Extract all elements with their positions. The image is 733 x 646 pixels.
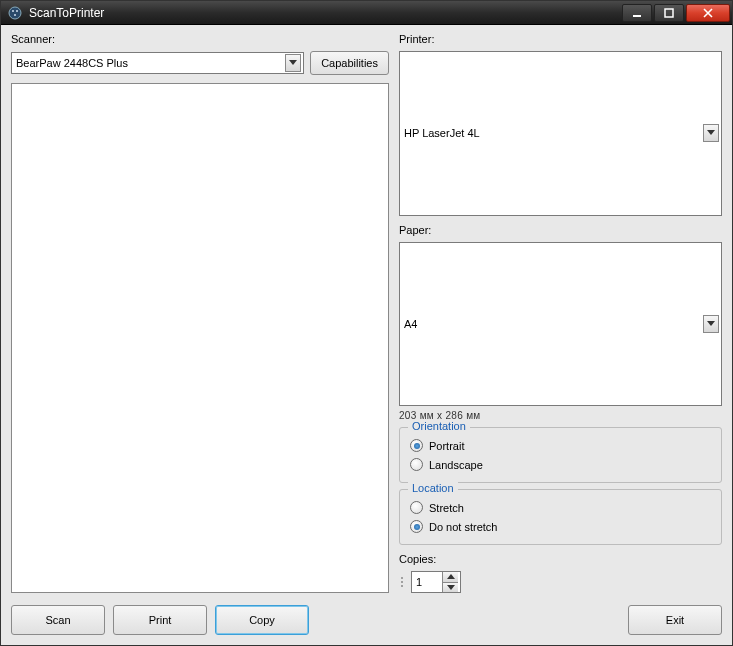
content-area: Scanner: BearPaw 2448CS Plus Capabilitie… bbox=[1, 25, 732, 645]
location-stretch-option[interactable]: Stretch bbox=[410, 498, 711, 517]
svg-point-0 bbox=[9, 7, 21, 19]
spacer bbox=[317, 605, 620, 635]
app-window: ScanToPrinter Scanner: BearPaw 2448CS Pl… bbox=[0, 0, 733, 646]
paper-select[interactable]: A4 bbox=[399, 242, 722, 407]
capabilities-button[interactable]: Capabilities bbox=[310, 51, 389, 75]
paper-label: Paper: bbox=[399, 224, 722, 236]
svg-point-1 bbox=[12, 10, 14, 12]
orientation-landscape-label: Landscape bbox=[429, 459, 483, 471]
location-no-stretch-option[interactable]: Do not stretch bbox=[410, 517, 711, 536]
chevron-down-icon bbox=[703, 315, 719, 333]
radio-icon bbox=[410, 439, 423, 452]
radio-icon bbox=[410, 520, 423, 533]
close-button[interactable] bbox=[686, 4, 730, 22]
app-icon bbox=[7, 5, 23, 21]
copies-down-button[interactable] bbox=[442, 582, 458, 593]
copies-spinner[interactable] bbox=[411, 571, 461, 593]
svg-point-3 bbox=[14, 14, 16, 16]
scanner-select[interactable]: BearPaw 2448CS Plus bbox=[11, 52, 304, 74]
exit-button[interactable]: Exit bbox=[628, 605, 722, 635]
location-legend: Location bbox=[408, 482, 458, 494]
print-button[interactable]: Print bbox=[113, 605, 207, 635]
printer-selected-value: HP LaserJet 4L bbox=[404, 127, 703, 139]
maximize-button[interactable] bbox=[654, 4, 684, 22]
window-buttons bbox=[620, 4, 730, 22]
grip-icon bbox=[399, 571, 405, 593]
bottom-bar: Scan Print Copy Exit bbox=[11, 599, 722, 635]
left-column: Scanner: BearPaw 2448CS Plus Capabilitie… bbox=[11, 33, 389, 593]
orientation-landscape-option[interactable]: Landscape bbox=[410, 455, 711, 474]
scanner-label: Scanner: bbox=[11, 33, 389, 45]
chevron-down-icon bbox=[285, 54, 301, 72]
scan-button[interactable]: Scan bbox=[11, 605, 105, 635]
copies-input[interactable] bbox=[412, 572, 442, 592]
orientation-portrait-label: Portrait bbox=[429, 440, 464, 452]
radio-icon bbox=[410, 501, 423, 514]
titlebar: ScanToPrinter bbox=[1, 1, 732, 25]
orientation-group: Orientation Portrait Landscape bbox=[399, 427, 722, 483]
location-stretch-label: Stretch bbox=[429, 502, 464, 514]
svg-rect-5 bbox=[665, 9, 673, 17]
radio-icon bbox=[410, 458, 423, 471]
scan-preview bbox=[11, 83, 389, 593]
orientation-portrait-option[interactable]: Portrait bbox=[410, 436, 711, 455]
paper-selected-value: A4 bbox=[404, 318, 703, 330]
copies-up-button[interactable] bbox=[442, 572, 458, 582]
scanner-selected-value: BearPaw 2448CS Plus bbox=[16, 57, 285, 69]
main-area: Scanner: BearPaw 2448CS Plus Capabilitie… bbox=[11, 33, 722, 593]
location-group: Location Stretch Do not stretch bbox=[399, 489, 722, 545]
copy-button[interactable]: Copy bbox=[215, 605, 309, 635]
copies-label: Copies: bbox=[399, 553, 722, 565]
chevron-down-icon bbox=[703, 124, 719, 142]
right-column: Printer: HP LaserJet 4L Paper: A4 203 мм… bbox=[399, 33, 722, 593]
location-no-stretch-label: Do not stretch bbox=[429, 521, 497, 533]
printer-select[interactable]: HP LaserJet 4L bbox=[399, 51, 722, 216]
minimize-button[interactable] bbox=[622, 4, 652, 22]
orientation-legend: Orientation bbox=[408, 420, 470, 432]
printer-label: Printer: bbox=[399, 33, 722, 45]
window-title: ScanToPrinter bbox=[29, 6, 620, 20]
svg-rect-4 bbox=[633, 15, 641, 17]
svg-point-2 bbox=[16, 10, 18, 12]
